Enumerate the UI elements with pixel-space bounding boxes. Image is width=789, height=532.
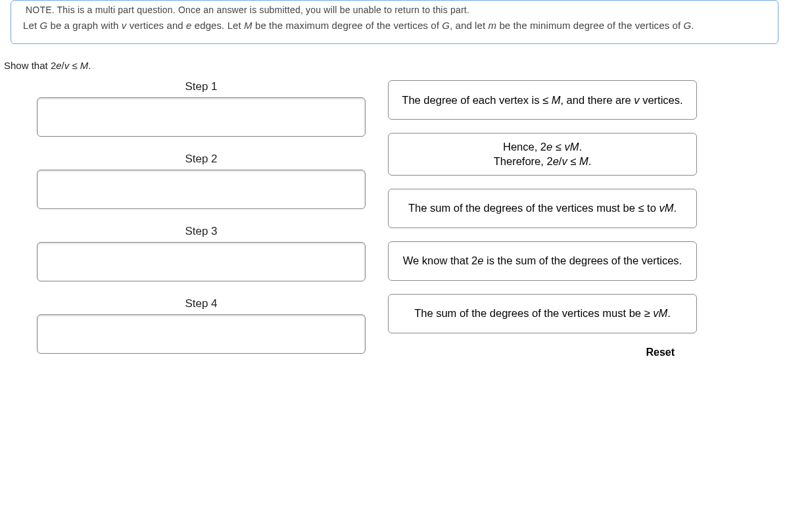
step-2-label: Step 2 bbox=[37, 153, 366, 166]
choices-column: The degree of each vertex is ≤ M, and th… bbox=[388, 80, 697, 370]
step-2-slot[interactable] bbox=[37, 170, 366, 209]
drag-drop-area: Step 1 Step 2 Step 3 Step 4 The degree o… bbox=[0, 80, 789, 389]
steps-column: Step 1 Step 2 Step 3 Step 4 bbox=[37, 80, 366, 370]
choice-text: Hence, 2e ≤ vM.Therefore, 2e/v ≤ M. bbox=[494, 140, 592, 168]
choice-hence-2e-le-vm[interactable]: Hence, 2e ≤ vM.Therefore, 2e/v ≤ M. bbox=[388, 133, 697, 176]
step-1-slot[interactable] bbox=[37, 97, 366, 137]
choice-degree-each-vertex[interactable]: The degree of each vertex is ≤ M, and th… bbox=[388, 80, 697, 120]
step-4-label: Step 4 bbox=[37, 297, 366, 310]
step-3-slot[interactable] bbox=[37, 242, 366, 281]
choice-text: The sum of the degrees of the vertices m… bbox=[414, 306, 671, 320]
choice-2e-is-sum[interactable]: We know that 2e is the sum of the degree… bbox=[388, 241, 697, 281]
step-3-label: Step 3 bbox=[37, 225, 366, 238]
note-body: Let G be a graph with v vertices and e e… bbox=[23, 18, 766, 33]
choice-text: We know that 2e is the sum of the degree… bbox=[403, 254, 682, 268]
choice-sum-ge-vm[interactable]: The sum of the degrees of the vertices m… bbox=[388, 294, 697, 333]
choice-sum-le-vm[interactable]: The sum of the degrees of the vertices m… bbox=[388, 189, 697, 228]
note-cutoff: NOTE. This is a multi part question. Onc… bbox=[26, 5, 766, 15]
choice-text: The sum of the degrees of the vertices m… bbox=[408, 201, 677, 215]
step-1-label: Step 1 bbox=[37, 80, 366, 93]
note-box: NOTE. This is a multi part question. Onc… bbox=[11, 0, 778, 44]
choice-text: The degree of each vertex is ≤ M, and th… bbox=[402, 93, 682, 107]
step-4-slot[interactable] bbox=[37, 314, 366, 354]
reset-button[interactable]: Reset bbox=[388, 347, 697, 358]
question-prompt: Show that 2e/v ≤ M. bbox=[4, 60, 789, 71]
